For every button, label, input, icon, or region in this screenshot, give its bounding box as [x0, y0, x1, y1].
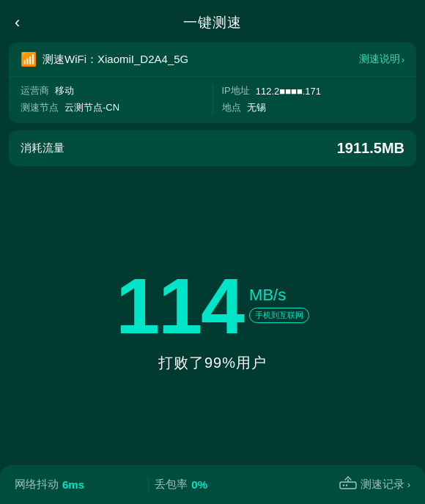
router-icon	[339, 475, 358, 494]
speed-explain-btn[interactable]: 测速说明 ›	[359, 53, 404, 66]
ip-item: IP地址 112.2■■■■.171	[222, 84, 405, 97]
location-label: 地点	[222, 101, 241, 114]
wifi-name: 测速WiFi：XiaomiI_D2A4_5G	[42, 53, 188, 67]
speed-description: 打败了99%用户	[158, 353, 267, 373]
node-item: 测速节点 云测节点-CN	[21, 101, 204, 114]
wifi-ssid: XiaomiI_D2A4_5G	[97, 53, 188, 65]
node-label: 测速节点	[21, 101, 59, 114]
details-divider	[212, 84, 213, 114]
speed-unit: MB/s	[249, 287, 286, 303]
ip-value: 112.2■■■■.171	[256, 86, 321, 97]
jitter-value: 6ms	[62, 478, 84, 491]
traffic-value: 1911.5MB	[337, 140, 404, 157]
loss-value: 0%	[191, 478, 207, 491]
isp-col: 运营商 移动 测速节点 云测节点-CN	[21, 84, 204, 114]
details-row: 运营商 移动 测速节点 云测节点-CN IP地址 112.2■■■■.171 地…	[9, 77, 416, 123]
svg-point-2	[345, 484, 347, 486]
speed-unit-col: MB/s 手机到互联网	[249, 267, 309, 323]
wifi-left: 📶 测速WiFi：XiaomiI_D2A4_5G	[21, 51, 188, 67]
isp-value: 移动	[55, 84, 74, 97]
svg-point-1	[342, 484, 344, 486]
phone-to-internet-badge: 手机到互联网	[249, 308, 309, 323]
bottom-divider-1	[148, 478, 149, 492]
speed-number: 114	[116, 267, 243, 346]
svg-rect-0	[340, 482, 356, 489]
header: ‹ 一键测速	[0, 0, 425, 42]
location-item: 地点 无锡	[222, 101, 405, 114]
jitter-item: 网络抖动 6ms	[15, 478, 142, 492]
speed-number-row: 114 MB/s 手机到互联网	[116, 267, 309, 346]
bottom-bar: 网络抖动 6ms 丢包率 0% 测速记录 ›	[0, 465, 425, 504]
isp-label: 运营商	[21, 84, 49, 97]
speed-explain-label: 测速说明	[359, 53, 400, 66]
isp-item: 运营商 移动	[21, 84, 204, 97]
node-value: 云测节点-CN	[64, 101, 119, 114]
jitter-label: 网络抖动	[15, 478, 59, 492]
page-title: 一键测速	[183, 13, 242, 32]
loss-item: 丢包率 0%	[155, 478, 282, 492]
speed-display: 114 MB/s 手机到互联网 打败了99%用户	[0, 166, 425, 465]
ip-label: IP地址	[222, 84, 250, 97]
location-value: 无锡	[247, 101, 266, 114]
ip-col: IP地址 112.2■■■■.171 地点 无锡	[222, 84, 405, 114]
back-button[interactable]: ‹	[15, 13, 20, 32]
wifi-icon: 📶	[21, 51, 37, 67]
speed-explain-arrow-icon: ›	[402, 54, 404, 65]
traffic-label: 消耗流量	[21, 141, 64, 155]
record-section[interactable]: 测速记录 ›	[283, 475, 410, 494]
loss-label: 丢包率	[155, 478, 188, 492]
traffic-row: 消耗流量 1911.5MB	[9, 130, 416, 166]
record-label: 测速记录	[361, 478, 404, 492]
wifi-info-row: 📶 测速WiFi：XiaomiI_D2A4_5G 测速说明 ›	[9, 42, 416, 77]
record-arrow-icon: ›	[407, 479, 410, 490]
